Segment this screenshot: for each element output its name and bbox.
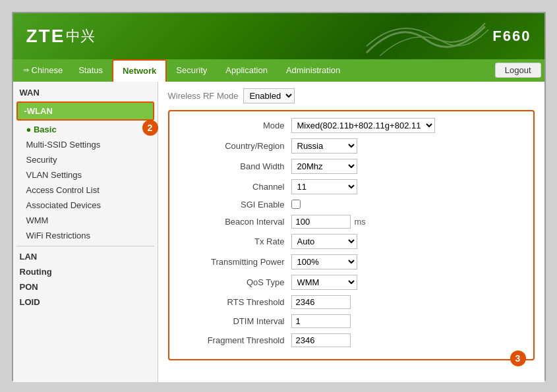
logo-area: ZTE 中兴 xyxy=(26,26,96,47)
txrate-control: Auto xyxy=(291,234,357,249)
logout-button[interactable]: Logout xyxy=(495,63,541,78)
sidebar-item-security[interactable]: Security xyxy=(13,152,158,167)
sgi-row: SGI Enable xyxy=(179,200,523,210)
bandwidth-label: Band Width xyxy=(179,161,291,171)
beacon-input[interactable]: 100 xyxy=(291,215,351,229)
channel-row: Channel 11 xyxy=(179,179,523,194)
sidebar-wlan-group[interactable]: -WLAN xyxy=(16,101,154,121)
sidebar-item-associated[interactable]: Associated Devices xyxy=(13,198,158,213)
bandwidth-row: Band Width 20Mhz xyxy=(179,159,523,174)
bandwidth-select[interactable]: 20Mhz xyxy=(291,159,357,174)
qos-row: QoS Type WMM xyxy=(179,275,523,290)
country-control: Russia xyxy=(291,138,357,154)
nav-language[interactable]: Chinese xyxy=(16,62,70,78)
wireless-rf-label: Wireless RF Mode xyxy=(168,91,239,101)
txrate-row: Tx Rate Auto xyxy=(179,234,523,249)
channel-select[interactable]: 11 xyxy=(291,179,357,194)
dtim-label: DTIM Interval xyxy=(179,316,291,326)
sgi-control xyxy=(291,200,301,209)
fragment-input[interactable]: 2346 xyxy=(291,333,351,347)
channel-control: 11 xyxy=(291,179,357,194)
badge-2: 2 xyxy=(142,120,158,136)
sidebar-item-vlan[interactable]: VLAN Settings xyxy=(13,167,158,182)
dtim-control: 1 xyxy=(291,314,351,328)
mode-label: Mode xyxy=(179,121,291,130)
txrate-label: Tx Rate xyxy=(179,237,291,246)
qos-control: WMM xyxy=(291,275,357,290)
sidebar-item-basic[interactable]: Basic xyxy=(13,122,158,137)
sgi-checkbox[interactable] xyxy=(291,200,301,209)
sidebar-routing-section[interactable]: Routing xyxy=(13,264,158,279)
header-decoration xyxy=(360,13,492,59)
navbar: Chinese Status Network Security Applicat… xyxy=(13,59,544,82)
bandwidth-control: 20Mhz xyxy=(291,159,357,174)
sidebar-item-multi-ssid[interactable]: Multi-SSID Settings xyxy=(13,137,158,152)
mode-row: Mode Mixed(802.11b+802.11g+802.11 xyxy=(179,118,523,133)
logo-chinese: 中兴 xyxy=(66,26,95,46)
header: ZTE 中兴 F660 xyxy=(13,13,544,59)
wireless-rf-select[interactable]: Enabled xyxy=(243,88,295,103)
sidebar-item-wmm[interactable]: WMM xyxy=(13,213,158,228)
sidebar-pon-section[interactable]: PON xyxy=(13,279,158,294)
content-area: WAN -WLAN Basic Multi-SSID Settings Secu… xyxy=(13,82,544,382)
main-panel: Wireless RF Mode Enabled Mode Mixed(802.… xyxy=(158,82,544,382)
rts-control: 2346 xyxy=(291,295,351,309)
rts-row: RTS Threshold 2346 xyxy=(179,295,523,309)
mode-select[interactable]: Mixed(802.11b+802.11g+802.11 xyxy=(291,118,435,133)
dtim-row: DTIM Interval 1 xyxy=(179,314,523,328)
fragment-row: Fragment Threshold 2346 xyxy=(179,333,523,347)
wireless-rf-bar: Wireless RF Mode Enabled xyxy=(168,88,535,103)
nav-network[interactable]: Network xyxy=(112,59,167,82)
txpower-label: Transmitting Power xyxy=(179,257,291,267)
sidebar-loid-section[interactable]: LOID xyxy=(13,294,158,310)
logo-zte: ZTE xyxy=(26,26,65,47)
sidebar-divider xyxy=(16,246,154,246)
sidebar-item-wifi-restrictions[interactable]: WiFi Restrictions xyxy=(13,228,158,243)
txpower-select[interactable]: 100% xyxy=(291,254,357,269)
sidebar-wan-section: WAN xyxy=(13,85,158,100)
txpower-control: 100% xyxy=(291,254,357,269)
beacon-label: Beacon Interval xyxy=(179,217,291,227)
country-row: Country/Region Russia xyxy=(179,138,523,154)
sgi-label: SGI Enable xyxy=(179,200,291,210)
country-label: Country/Region xyxy=(179,141,291,151)
nav-application[interactable]: Application xyxy=(216,59,277,82)
nav-security[interactable]: Security xyxy=(167,59,216,82)
dtim-input[interactable]: 1 xyxy=(291,314,351,328)
mode-control: Mixed(802.11b+802.11g+802.11 xyxy=(291,118,435,133)
country-select[interactable]: Russia xyxy=(291,138,357,154)
fragment-label: Fragment Threshold xyxy=(179,335,291,345)
beacon-unit: ms xyxy=(355,217,366,227)
nav-status[interactable]: Status xyxy=(69,59,112,82)
qos-select[interactable]: WMM xyxy=(291,275,357,290)
qos-label: QoS Type xyxy=(179,277,291,287)
sidebar-lan-section[interactable]: LAN xyxy=(13,249,158,264)
beacon-control: 100 ms xyxy=(291,215,366,229)
sidebar: WAN -WLAN Basic Multi-SSID Settings Secu… xyxy=(13,82,158,382)
beacon-row: Beacon Interval 100 ms xyxy=(179,215,523,229)
rts-input[interactable]: 2346 xyxy=(291,295,351,309)
channel-label: Channel xyxy=(179,182,291,192)
settings-box: Mode Mixed(802.11b+802.11g+802.11 Countr… xyxy=(168,110,535,360)
rts-label: RTS Threshold xyxy=(179,297,291,307)
sidebar-item-acl[interactable]: Access Control List xyxy=(13,182,158,198)
txpower-row: Transmitting Power 100% xyxy=(179,254,523,269)
fragment-control: 2346 xyxy=(291,333,351,347)
model-label: F660 xyxy=(492,28,531,45)
badge-3: 3 xyxy=(510,350,526,366)
txrate-select[interactable]: Auto xyxy=(291,234,357,249)
nav-administration[interactable]: Administration xyxy=(277,59,349,82)
